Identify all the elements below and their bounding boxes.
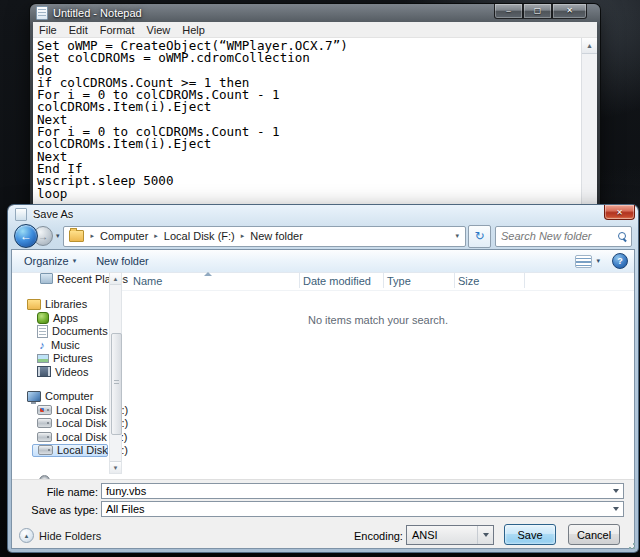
address-bar: ← → ▾ ▸ Computer ▸ Local Disk (F:) ▸ New… bbox=[8, 223, 638, 249]
dialog-title: Save As bbox=[33, 208, 73, 220]
organize-label: Organize bbox=[24, 255, 69, 267]
nav-item-pictures[interactable]: Pictures bbox=[12, 352, 109, 366]
back-button[interactable]: ← bbox=[14, 224, 38, 248]
documents-icon bbox=[37, 325, 48, 338]
save-as-type-value: All Files bbox=[106, 503, 145, 515]
nav-label: Documents bbox=[52, 325, 108, 337]
disk-icon bbox=[37, 418, 52, 428]
views-caret-icon[interactable]: ▾ bbox=[596, 257, 600, 265]
column-separator[interactable] bbox=[299, 273, 300, 288]
toolbar-right-group: ▾ ? bbox=[575, 253, 628, 269]
column-separator[interactable] bbox=[454, 273, 455, 288]
column-headers: Name Date modified Type Size bbox=[122, 272, 634, 291]
column-header-name[interactable]: Name bbox=[133, 275, 162, 287]
hide-folders-label: Hide Folders bbox=[39, 530, 101, 542]
file-name-value: funy.vbs bbox=[106, 485, 146, 497]
refresh-button[interactable]: ↻ bbox=[468, 225, 491, 248]
search-placeholder: Search New folder bbox=[501, 230, 592, 242]
minimize-button[interactable]: – bbox=[494, 4, 523, 19]
scroll-up-icon[interactable]: ▲ bbox=[110, 273, 121, 285]
file-save-panel: File name: funy.vbs Save as type: All Fi… bbox=[12, 479, 634, 548]
nav-item-recent-places[interactable]: Recent Places bbox=[12, 272, 109, 286]
nav-item-libraries[interactable]: Libraries bbox=[12, 298, 109, 312]
scroll-down-icon[interactable]: ▼ bbox=[110, 461, 121, 473]
nav-item-local-disk-e[interactable]: Local Disk (E:) bbox=[12, 430, 109, 444]
organize-caret-icon: ▾ bbox=[73, 257, 77, 265]
nav-scrollbar[interactable]: ▲ ▼ bbox=[109, 272, 122, 474]
nav-label: Computer bbox=[45, 390, 93, 402]
file-list: Name Date modified Type Size No items ma… bbox=[122, 272, 634, 482]
recent-pages-caret-icon[interactable]: ▾ bbox=[56, 232, 60, 240]
dialog-titlebar[interactable]: Save As ✕ bbox=[8, 205, 638, 223]
nav-item-computer[interactable]: Computer bbox=[12, 390, 109, 404]
computer-icon bbox=[27, 391, 41, 402]
dialog-close-button[interactable]: ✕ bbox=[604, 205, 635, 220]
nav-label: Libraries bbox=[45, 298, 87, 310]
column-separator[interactable] bbox=[383, 273, 384, 288]
maximize-button[interactable]: ▢ bbox=[523, 4, 552, 19]
apps-icon bbox=[37, 312, 49, 324]
menu-file[interactable]: File bbox=[33, 24, 63, 36]
views-icon[interactable] bbox=[575, 255, 592, 268]
encoding-select[interactable]: ANSI bbox=[406, 525, 494, 545]
nav-label: Music bbox=[51, 339, 80, 351]
scroll-up-icon[interactable]: ▲ bbox=[582, 38, 597, 54]
notepad-titlebar[interactable]: Untitled - Notepad – ▢ ✕ bbox=[33, 4, 597, 22]
pictures-icon bbox=[37, 354, 49, 363]
nav-item-apps[interactable]: Apps bbox=[12, 311, 109, 325]
column-header-size[interactable]: Size bbox=[458, 275, 479, 287]
file-name-input[interactable]: funy.vbs bbox=[101, 483, 624, 499]
breadcrumb-computer[interactable]: Computer bbox=[99, 230, 149, 242]
nav-item-videos[interactable]: Videos bbox=[12, 365, 109, 379]
save-as-type-select[interactable]: All Files bbox=[101, 501, 624, 517]
encoding-dropdown-icon[interactable] bbox=[477, 526, 493, 544]
menu-edit[interactable]: Edit bbox=[63, 24, 94, 36]
help-icon[interactable]: ? bbox=[612, 253, 628, 269]
breadcrumb-local-disk-f[interactable]: Local Disk (F:) bbox=[163, 230, 236, 242]
close-button[interactable]: ✕ bbox=[552, 4, 587, 19]
hide-folders-button[interactable]: ▲ Hide Folders bbox=[19, 528, 101, 543]
column-header-date-modified[interactable]: Date modified bbox=[303, 275, 371, 287]
file-name-label: File name: bbox=[12, 486, 98, 498]
breadcrumb-new-folder[interactable]: New folder bbox=[249, 230, 304, 242]
search-input[interactable]: Search New folder bbox=[495, 226, 632, 247]
nav-item-documents[interactable]: Documents bbox=[12, 325, 109, 339]
nav-item-local-disk-c[interactable]: Local Disk (C:) bbox=[12, 403, 109, 417]
menu-help[interactable]: Help bbox=[176, 24, 211, 36]
resize-grip[interactable] bbox=[625, 539, 636, 550]
nav-item-local-disk-f[interactable]: Local Disk (F:) bbox=[32, 444, 108, 458]
breadcrumb-sep-icon: ▸ bbox=[149, 232, 163, 240]
breadcrumb-sep-icon: ▸ bbox=[236, 232, 250, 240]
save-as-type-dropdown-icon[interactable] bbox=[609, 502, 623, 516]
encoding-value: ANSI bbox=[412, 529, 438, 541]
save-button[interactable]: Save bbox=[504, 524, 556, 545]
breadcrumb[interactable]: ▸ Computer ▸ Local Disk (F:) ▸ New folde… bbox=[63, 226, 466, 247]
address-dropdown-icon[interactable]: ▾ bbox=[455, 232, 461, 240]
dialog-client-area: Organize ▾ New folder ▾ ? Recent Places bbox=[11, 249, 635, 549]
notepad-code-text[interactable]: Set oWMP = CreateObject(“WMPlayer.OCX.7”… bbox=[33, 38, 597, 200]
music-icon: ♪ bbox=[37, 340, 47, 350]
search-icon bbox=[618, 232, 626, 240]
save-as-dialog: Save As ✕ ← → ▾ ▸ Computer ▸ Local Disk … bbox=[8, 205, 638, 552]
command-toolbar: Organize ▾ New folder ▾ ? bbox=[12, 250, 634, 273]
nav-item-music[interactable]: ♪ Music bbox=[12, 338, 109, 352]
hide-folders-icon: ▲ bbox=[19, 528, 34, 543]
column-separator[interactable] bbox=[524, 273, 525, 288]
scrollbar-thumb[interactable] bbox=[111, 333, 122, 435]
navigation-pane: Recent Places Libraries Apps Documents ♪… bbox=[12, 272, 109, 482]
cancel-button[interactable]: Cancel bbox=[568, 524, 620, 545]
notepad-window-controls: – ▢ ✕ bbox=[494, 4, 587, 19]
dialog-icon bbox=[15, 208, 27, 221]
encoding-label: Encoding: bbox=[354, 530, 403, 542]
menu-view[interactable]: View bbox=[141, 24, 177, 36]
breadcrumb-sep-icon: ▸ bbox=[86, 232, 100, 240]
nav-item-local-disk-d[interactable]: Local Disk (D:) bbox=[12, 417, 109, 431]
notepad-menubar: File Edit Format View Help bbox=[33, 22, 597, 38]
menu-format[interactable]: Format bbox=[94, 24, 141, 36]
organize-button[interactable]: Organize ▾ bbox=[18, 255, 82, 267]
column-header-type[interactable]: Type bbox=[387, 275, 411, 287]
videos-icon bbox=[37, 366, 51, 377]
new-folder-button[interactable]: New folder bbox=[90, 255, 155, 267]
file-name-dropdown-icon[interactable] bbox=[609, 484, 623, 498]
sort-ascending-icon bbox=[204, 272, 212, 276]
